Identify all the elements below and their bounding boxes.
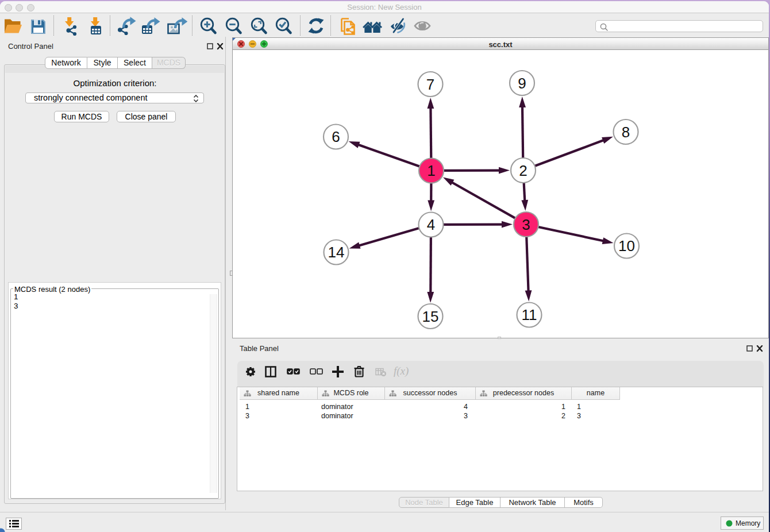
svg-text:3: 3 bbox=[522, 216, 530, 233]
svg-text:14: 14 bbox=[328, 244, 345, 261]
svg-text:15: 15 bbox=[422, 308, 439, 325]
svg-text:8: 8 bbox=[622, 124, 630, 141]
svg-text:6: 6 bbox=[332, 128, 340, 145]
svg-text:1: 1 bbox=[427, 162, 435, 179]
svg-text:11: 11 bbox=[522, 306, 537, 323]
svg-text:4: 4 bbox=[427, 216, 435, 233]
svg-text:2: 2 bbox=[519, 162, 527, 179]
svg-text:9: 9 bbox=[518, 75, 526, 92]
svg-text:7: 7 bbox=[426, 76, 434, 93]
svg-text:10: 10 bbox=[618, 237, 635, 255]
